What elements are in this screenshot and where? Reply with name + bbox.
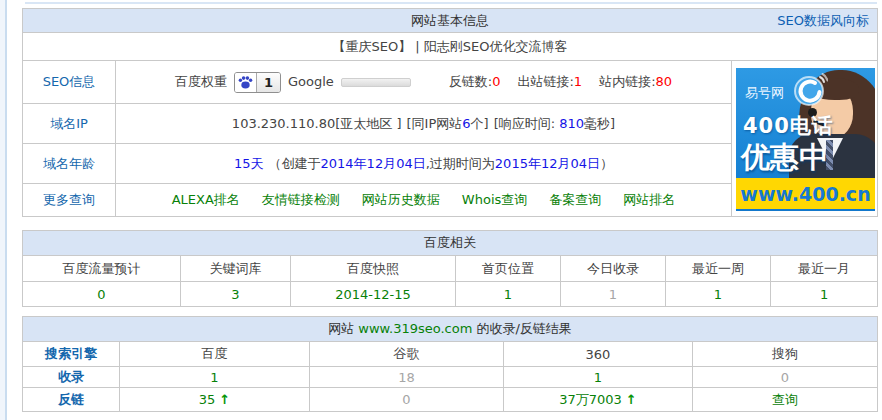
- baidu-weight-label: 百度权重: [175, 74, 227, 89]
- ad-subheadline: 优惠中: [741, 138, 828, 178]
- ad-headline: 400电话: [743, 112, 834, 140]
- seo-info-content: 百度权重1Google反链数:0出站链接:1站内链接:80: [116, 61, 732, 104]
- alexa-rank-link[interactable]: ALEXA排名: [172, 192, 240, 207]
- phone-logo-icon: [792, 73, 828, 112]
- title-suffix: 的收录/反链结果: [472, 321, 572, 336]
- col-header-homepage-pos: 首页位置: [456, 256, 561, 282]
- seo-info-row: SEO信息 百度权重1Google反链数:0出站链接:1站内链接:80 易号网: [23, 61, 878, 104]
- ad-url[interactable]: www.400.cn: [736, 178, 875, 209]
- engine-sogou: 搜狗: [693, 342, 878, 367]
- traffic-value[interactable]: 0: [23, 282, 181, 307]
- snapshot-date[interactable]: 2014-12-15: [291, 282, 456, 307]
- baidu-related-header-row: 百度相关: [23, 231, 878, 256]
- backlink-label: 反链: [23, 388, 120, 412]
- close-paren: ）: [600, 156, 613, 171]
- domain-age-label: 域名年龄: [23, 144, 116, 184]
- backlink-google: 0: [310, 388, 504, 412]
- domain-ip-content: 103.230.110.80[亚太地区 ][同IP网站6个][响应时间: 810…: [116, 104, 732, 144]
- col-header-keywords: 关键词库: [181, 256, 291, 282]
- baidu-related-values-row: 0 3 2014-12-15 1 1 1 1: [23, 282, 878, 307]
- col-header-today-included: 今日收录: [561, 256, 666, 282]
- domain-ip-label: 域名IP: [23, 104, 116, 144]
- up-arrow-icon: [622, 392, 637, 407]
- backlink-360[interactable]: 37万7003: [504, 388, 693, 412]
- backlink-baidu[interactable]: 35: [120, 388, 310, 412]
- last-week-value[interactable]: 1: [666, 282, 771, 307]
- ad-brand-name: 易号网: [745, 84, 784, 102]
- metric-value: 80: [656, 74, 673, 89]
- same-ip-count[interactable]: 6: [462, 116, 470, 131]
- backlink-row: 反链 35 0 37万7003 查询: [23, 388, 878, 412]
- same-ip-suffix: 个]: [471, 116, 489, 131]
- index-backlink-title: 网站 www.319seo.com 的收录/反链结果: [23, 317, 878, 342]
- friend-link-check-link[interactable]: 友情链接检测: [262, 192, 340, 207]
- included-label: 收录: [23, 367, 120, 388]
- metric-label: 站内链接:: [599, 74, 655, 89]
- baidu-weight-badge[interactable]: 1: [234, 72, 281, 93]
- homepage-pos-value[interactable]: 1: [456, 282, 561, 307]
- index-backlink-table: 网站 www.319seo.com 的收录/反链结果 搜索引擎 百度 谷歌 36…: [22, 316, 878, 412]
- engine-baidu: 百度: [120, 342, 310, 367]
- icp-record-link[interactable]: 备案查询: [549, 192, 601, 207]
- last-month-value[interactable]: 1: [771, 282, 878, 307]
- included-baidu[interactable]: 1: [120, 367, 310, 388]
- site-rank-link[interactable]: 网站排名: [623, 192, 675, 207]
- ad-banner[interactable]: 易号网: [736, 68, 875, 211]
- search-engine-row: 搜索引擎 百度 谷歌 360 搜狗: [23, 342, 878, 367]
- included-360[interactable]: 1: [504, 367, 693, 388]
- metric-value: 0: [492, 74, 500, 89]
- internal-links-metric: 站内链接:80: [599, 74, 672, 89]
- col-header-traffic: 百度流量预计: [23, 256, 181, 282]
- included-google: 18: [310, 367, 504, 388]
- google-pr-label: Google: [288, 74, 334, 89]
- included-sogou: 0: [693, 367, 878, 388]
- ad-cell: 易号网: [732, 61, 878, 217]
- more-query-label: 更多查询: [23, 184, 116, 217]
- index-backlink-header-row: 网站 www.319seo.com 的收录/反链结果: [23, 317, 878, 342]
- main-content: 网站基本信息 SEO数据风向标 【重庆SEO】 | 阳志刚SEO优化交流博客 S…: [22, 8, 877, 412]
- baidu-weight-value: 1: [257, 73, 280, 92]
- response-time-prefix: [响应时间:: [494, 116, 560, 131]
- search-engine-label: 搜索引擎: [23, 342, 120, 367]
- created-date: 2014年12月04日: [321, 156, 426, 171]
- title-prefix: 网站: [328, 321, 358, 336]
- ad-bottom-strip: [736, 209, 875, 211]
- baidu-paw-icon: [235, 73, 257, 92]
- whois-query-link[interactable]: Whois查询: [462, 192, 527, 207]
- metric-label: 出站链接:: [517, 74, 573, 89]
- ip-address: 103.230.110.80[亚太地区 ]: [232, 116, 402, 131]
- up-arrow-icon: [215, 392, 230, 407]
- expire-prefix: ,过期时间为: [426, 156, 495, 171]
- col-header-last-month: 最近一月: [771, 256, 878, 282]
- today-included-value: 1: [561, 282, 666, 307]
- section-header: 网站基本信息 SEO数据风向标: [23, 9, 878, 33]
- baidu-related-table: 百度相关 百度流量预计 关键词库 百度快照 首页位置 今日收录 最近一周 最近一…: [22, 230, 878, 307]
- site-history-link[interactable]: 网站历史数据: [362, 192, 440, 207]
- basic-info-table: 网站基本信息 SEO数据风向标 【重庆SEO】 | 阳志刚SEO优化交流博客 S…: [22, 8, 878, 217]
- expire-date: 2015年12月04日: [495, 156, 600, 171]
- outbound-links-metric: 出站链接:1: [517, 74, 582, 89]
- site-domain[interactable]: www.319seo.com: [358, 321, 472, 336]
- created-prefix: （创建于: [269, 156, 321, 171]
- col-header-snapshot: 百度快照: [291, 256, 456, 282]
- same-ip-prefix: [同IP网站: [407, 116, 463, 131]
- backlink-sogou-query[interactable]: 查询: [693, 388, 878, 412]
- keywords-value[interactable]: 3: [181, 282, 291, 307]
- more-query-links: ALEXA排名友情链接检测网站历史数据Whois查询备案查询网站排名: [116, 184, 732, 217]
- included-row: 收录 1 18 1 0: [23, 367, 878, 388]
- response-time-suffix: 毫秒]: [584, 116, 615, 131]
- seo-trend-link[interactable]: SEO数据风向标: [777, 12, 869, 30]
- seo-info-label: SEO信息: [23, 61, 116, 104]
- metric-label: 反链数:: [449, 74, 492, 89]
- col-header-last-week: 最近一周: [666, 256, 771, 282]
- basic-info-header-row: 网站基本信息 SEO数据风向标: [23, 9, 878, 33]
- baidu-related-title: 百度相关: [23, 231, 878, 256]
- site-title-row: 【重庆SEO】 | 阳志刚SEO优化交流博客: [23, 33, 878, 61]
- metric-value: 1: [574, 74, 582, 89]
- top-border-line: [25, 2, 877, 4]
- domain-age-value: 15天: [234, 156, 264, 171]
- domain-age-content: 15天（创建于2014年12月04日,过期时间为2015年12月04日）: [116, 144, 732, 184]
- response-time-value: 810: [559, 116, 584, 131]
- google-pagerank-bar: [341, 78, 411, 87]
- baidu-related-columns-row: 百度流量预计 关键词库 百度快照 首页位置 今日收录 最近一周 最近一月: [23, 256, 878, 282]
